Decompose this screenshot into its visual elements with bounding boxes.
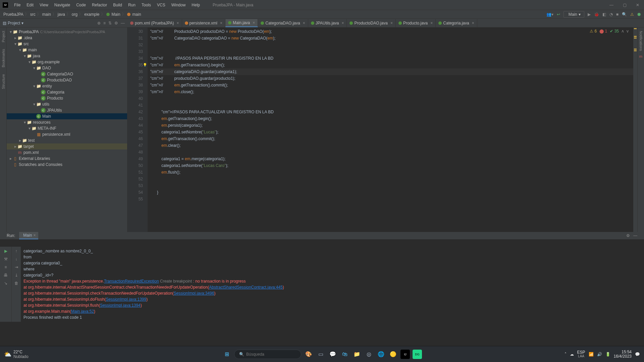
menu-help[interactable]: Help bbox=[189, 1, 203, 9]
close-icon[interactable]: × bbox=[472, 21, 474, 25]
tree-item[interactable]: CProductoDAO bbox=[7, 77, 127, 83]
code-with-me-icon[interactable]: 👥▾ bbox=[546, 12, 553, 17]
clock[interactable]: 15:54 16/4/2023 bbox=[614, 350, 632, 359]
project-tree[interactable]: ▾📁PruebaJPAC:\Users\lucas\IdeaProjects\P… bbox=[7, 27, 127, 232]
store-icon[interactable]: 🛍 bbox=[340, 350, 350, 359]
breadcrumb-item[interactable]: main bbox=[42, 12, 51, 17]
chrome-canary-icon[interactable]: 🟡 bbox=[388, 350, 398, 359]
stacktrace-link[interactable]: AbstractSharedSessionContract.java:445 bbox=[209, 285, 282, 290]
volume-icon[interactable]: 🔊 bbox=[597, 352, 602, 357]
intellij-icon[interactable]: IJ bbox=[400, 350, 410, 359]
menu-code[interactable]: Code bbox=[73, 1, 89, 9]
tree-item[interactable]: ▸📁.idea bbox=[7, 35, 127, 41]
menu-refactor[interactable]: Refactor bbox=[89, 1, 110, 9]
debug-button[interactable]: 🐞 bbox=[594, 12, 599, 17]
dell-icon[interactable]: ◎ bbox=[364, 350, 374, 359]
breadcrumb-item[interactable]: Main bbox=[112, 12, 120, 17]
tree-item[interactable]: ▾📁entity bbox=[7, 83, 127, 89]
editor-tab[interactable]: ProductoDAO.java× bbox=[347, 19, 395, 27]
stop-button[interactable]: ■ bbox=[616, 12, 619, 17]
tree-item[interactable]: ▸📁target bbox=[7, 143, 127, 149]
menu-edit[interactable]: Edit bbox=[24, 1, 36, 9]
close-icon[interactable]: × bbox=[253, 20, 255, 25]
minimize-button[interactable]: — bbox=[607, 3, 615, 7]
breadcrumb[interactable]: PruebaJPA〉src〉main〉java〉org〉example〉Main… bbox=[3, 11, 141, 17]
run-config-selector[interactable]: Main▾ bbox=[564, 11, 584, 18]
menu-file[interactable]: File bbox=[11, 1, 23, 9]
toggle-softwrap-button[interactable]: ≡ bbox=[4, 265, 7, 269]
clear-button[interactable]: 🗑 bbox=[14, 281, 18, 286]
modify-run-button[interactable]: ⚒ bbox=[4, 257, 8, 261]
battery-icon[interactable]: 🔋 bbox=[605, 352, 610, 357]
wrap-button[interactable]: ⇥ bbox=[15, 265, 18, 269]
close-button[interactable]: ✕ bbox=[634, 3, 641, 7]
breadcrumb-item[interactable]: src bbox=[30, 12, 36, 17]
hide-icon[interactable]: — bbox=[121, 21, 125, 25]
settings-icon[interactable]: ⚙ bbox=[114, 21, 118, 25]
menu-view[interactable]: View bbox=[37, 1, 51, 9]
tree-item[interactable]: ▾📁org.example bbox=[7, 59, 127, 65]
editor-tab[interactable]: persistence.xml× bbox=[182, 19, 225, 27]
breadcrumb-item[interactable]: org bbox=[72, 12, 77, 17]
run-hide-icon[interactable]: — bbox=[633, 233, 637, 238]
notifications-stripe-button[interactable]: Notifications bbox=[639, 31, 643, 51]
explorer-icon[interactable]: 📁 bbox=[352, 350, 362, 359]
close-icon[interactable]: × bbox=[303, 21, 305, 25]
chrome-icon[interactable]: 🌐 bbox=[376, 350, 386, 359]
tree-item[interactable]: ▾📁META-INF bbox=[7, 125, 127, 131]
collapse-all-icon[interactable]: ⇅ bbox=[108, 21, 112, 25]
ide-settings-icon[interactable]: ⬢ bbox=[637, 12, 641, 17]
wifi-icon[interactable]: 📶 bbox=[589, 352, 594, 357]
menu-tools[interactable]: Tools bbox=[139, 1, 154, 9]
close-icon[interactable]: × bbox=[341, 21, 344, 25]
exit-button[interactable]: ↘ bbox=[4, 281, 7, 286]
stacktrace-link[interactable]: TransactionRequiredException bbox=[104, 279, 159, 284]
onedrive-icon[interactable]: ☁ bbox=[570, 352, 574, 357]
tree-item[interactable]: CJPAUtils bbox=[7, 107, 127, 113]
weather-widget[interactable]: ⛅ 22°C Nublado bbox=[4, 350, 29, 359]
menu-vcs[interactable]: VCS bbox=[154, 1, 168, 9]
notifications-icon[interactable]: 💬 bbox=[635, 352, 640, 357]
tree-item[interactable]: ▾📁java bbox=[7, 53, 127, 59]
tree-item[interactable]: ▦persistence.xml bbox=[7, 131, 127, 137]
editor-tab[interactable]: Main.java× bbox=[225, 19, 258, 27]
breadcrumb-item[interactable]: java bbox=[58, 12, 65, 17]
tree-item[interactable]: mpom.xml bbox=[7, 149, 127, 156]
editor[interactable]: ⚠ 6 ⬤ 1 ✔ 35 ʌv 303132333435363738394041… bbox=[127, 27, 637, 232]
close-icon[interactable]: × bbox=[390, 21, 393, 25]
editor-tab[interactable]: Producto.java× bbox=[396, 19, 436, 27]
down-stack-button[interactable]: ↓ bbox=[15, 257, 17, 261]
gutter[interactable]: 3031323334353637383940414243444546474849… bbox=[127, 27, 148, 232]
console-output[interactable]: categoriao_.nombre as nombre2_0_0_ from … bbox=[21, 247, 644, 322]
error-stripe[interactable] bbox=[633, 27, 637, 232]
tree-item[interactable]: ▾📁resources bbox=[7, 119, 127, 125]
maximize-button[interactable]: ▢ bbox=[621, 3, 629, 7]
scroll-end-button[interactable]: ⤓ bbox=[15, 273, 18, 278]
editor-tab[interactable]: JPAUtils.java× bbox=[308, 19, 347, 27]
editor-tab[interactable]: CategoriaDAO.java× bbox=[258, 19, 308, 27]
breadcrumb-item[interactable]: main bbox=[132, 12, 141, 17]
tree-item[interactable]: CCategoriaDAO bbox=[7, 71, 127, 77]
menu-window[interactable]: Window bbox=[169, 1, 189, 9]
close-icon[interactable]: × bbox=[176, 21, 179, 25]
search-input[interactable] bbox=[246, 352, 293, 357]
project-tool-label[interactable]: Project bbox=[8, 21, 20, 25]
editor-tab[interactable]: Categoria.java× bbox=[436, 19, 477, 27]
tray-chevron-icon[interactable]: ˄ bbox=[565, 352, 567, 357]
run-settings-icon[interactable]: ⚙ bbox=[626, 233, 630, 238]
bookmarks-stripe-button[interactable]: Bookmarks bbox=[1, 49, 5, 67]
up-stack-button[interactable]: ↑ bbox=[15, 249, 17, 253]
maven-stripe-button[interactable]: m bbox=[639, 54, 643, 58]
stacktrace-link[interactable]: Main.java:52 bbox=[71, 309, 94, 314]
tree-item[interactable]: CProducto bbox=[7, 95, 127, 101]
tree-item[interactable]: ▸📁test bbox=[7, 137, 127, 143]
tree-item[interactable]: ▾📁DAO bbox=[7, 65, 127, 71]
tree-item[interactable]: CCategoria bbox=[7, 89, 127, 95]
tree-item[interactable]: ▾📁utils bbox=[7, 101, 127, 107]
run-coverage-button[interactable]: ◧ bbox=[602, 12, 606, 17]
breadcrumb-item[interactable]: example bbox=[84, 12, 99, 17]
tree-item[interactable]: ▾📁PruebaJPAC:\Users\lucas\IdeaProjects\P… bbox=[7, 29, 127, 35]
tree-item[interactable]: ▾📁src bbox=[7, 41, 127, 47]
project-view-dropdown[interactable]: ▾ bbox=[21, 21, 23, 25]
tree-item[interactable]: ▾📁main bbox=[7, 47, 127, 53]
